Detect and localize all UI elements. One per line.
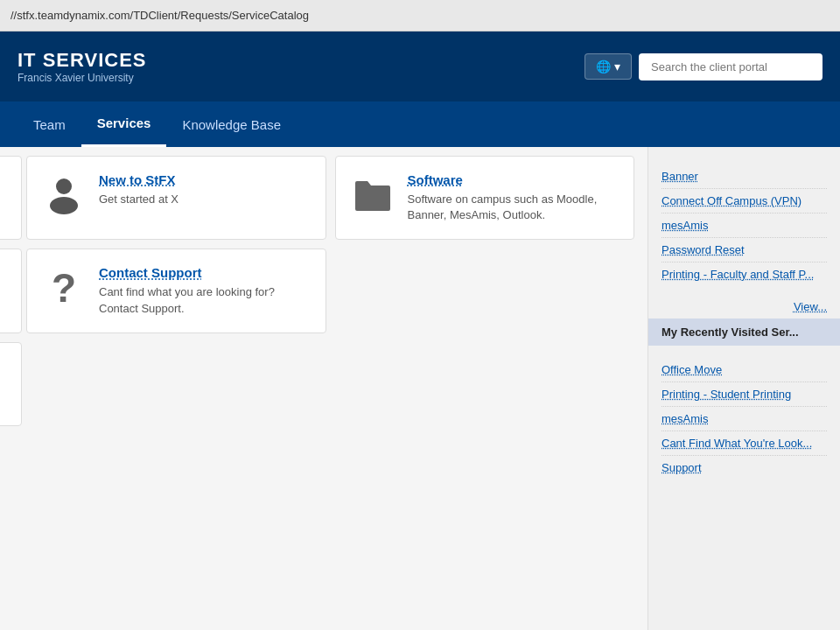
globe-button[interactable]: 🌐 ▾ (584, 53, 632, 80)
svg-point-0 (56, 178, 72, 194)
card-new-to-stfx-title: New to StFX (99, 172, 178, 187)
partial-card-hardware-title: Hardware (0, 265, 7, 280)
partial-card-accounts-title: Accounts & Security (0, 172, 7, 187)
card-new-to-stfx-desc: Get started at X (99, 192, 178, 207)
card-software-text: Software Software on campus such as Mood… (408, 172, 620, 223)
card-new-to-stfx-text: New to StFX Get started at X (99, 172, 178, 207)
site-nav: Team Services Knowledge Base (0, 102, 840, 147)
partial-cards-area: Accounts & Security Password reset, new … (0, 147, 13, 630)
sidebar-link-printing-faculty[interactable]: Printing - Faculty and Staff P... (662, 262, 827, 286)
sidebar-link-vpn[interactable]: Connect Off Campus (VPN) (662, 189, 827, 214)
card-contact-support-text: Contact Support Cant find what you are l… (99, 265, 312, 316)
cards-grid: New to StFX Get started at X Software So… (13, 147, 648, 630)
browser-bar: //stfx.teamdynamix.com/TDClient/Requests… (0, 0, 840, 32)
nav-item-knowledge-base[interactable]: Knowledge Base (166, 102, 297, 147)
sidebar-recent-student-printing[interactable]: Printing - Student Printing (662, 382, 827, 407)
content-wrapper: Accounts & Security Password reset, new … (0, 147, 648, 630)
header-search-area: 🌐 ▾ (584, 53, 822, 80)
card-software-title: Software (408, 172, 620, 187)
globe-dropdown-icon: ▾ (614, 60, 620, 74)
question-icon: ? (41, 265, 87, 311)
right-sidebar: Banner Connect Off Campus (VPN) mesAmis … (648, 147, 840, 630)
sidebar-recent-mesamis[interactable]: mesAmis (662, 407, 827, 431)
sidebar-recently-visited: Office Move Printing - Student Printing … (648, 349, 840, 488)
card-contact-support[interactable]: ? Contact Support Cant find what you are… (26, 248, 326, 332)
partial-card-wifi-title: WiFi & Network (0, 359, 7, 374)
card-new-to-stfx[interactable]: New to StFX Get started at X (26, 156, 326, 240)
sidebar-recent-office-move[interactable]: Office Move (662, 358, 827, 382)
partial-cards-list: Accounts & Security Password reset, new … (0, 156, 9, 426)
card-software[interactable]: Software Software on campus such as Mood… (335, 156, 635, 240)
svg-point-1 (50, 197, 78, 214)
site-name: IT SERVICES (18, 49, 147, 72)
card-software-desc: Software on campus such as Moodle, Banne… (408, 192, 620, 223)
recently-visited-title: My Recently Visited Ser... (648, 318, 840, 346)
partial-card-accounts-desc: Password reset, new accounts, account ch… (0, 192, 7, 223)
card-contact-support-title: Contact Support (99, 265, 312, 280)
search-input[interactable] (639, 53, 822, 80)
sidebar-link-password-reset[interactable]: Password Reset (662, 238, 827, 262)
partial-card-hardware[interactable]: Hardware Computers, printers, phones, an… (0, 248, 22, 332)
sidebar-view-more[interactable]: View... (648, 295, 840, 318)
person-icon (41, 172, 87, 218)
sidebar-recent-support[interactable]: Support (662, 456, 827, 480)
nav-item-services[interactable]: Services (81, 102, 167, 147)
main-content: Accounts & Security Password reset, new … (0, 147, 840, 630)
site-title: IT SERVICES Francis Xavier University (18, 49, 147, 84)
sidebar-link-mesamis[interactable]: mesAmis (662, 214, 827, 238)
svg-text:?: ? (52, 265, 76, 311)
sidebar-quick-links: Banner Connect Off Campus (VPN) mesAmis … (648, 156, 840, 295)
partial-card-accounts[interactable]: Accounts & Security Password reset, new … (0, 156, 22, 240)
sidebar-recent-cant-find[interactable]: Cant Find What You're Look... (662, 431, 827, 456)
partial-card-hardware-desc: Computers, printers, phones, and other h… (0, 284, 7, 316)
card-contact-support-desc: Cant find what you are looking for? Cont… (99, 284, 312, 316)
globe-icon: 🌐 (596, 60, 611, 74)
site-header: IT SERVICES Francis Xavier University 🌐 … (0, 32, 840, 102)
folder-icon (350, 172, 396, 218)
partial-card-wifi-desc: WiFi, wired network, firewall and networ… (0, 378, 7, 410)
site-subtitle: Francis Xavier University (18, 72, 147, 84)
partial-card-wifi[interactable]: WiFi & Network WiFi, wired network, fire… (0, 342, 22, 426)
nav-item-team[interactable]: Team (18, 102, 81, 147)
sidebar-link-banner[interactable]: Banner (662, 164, 827, 189)
browser-url: //stfx.teamdynamix.com/TDClient/Requests… (10, 9, 309, 22)
